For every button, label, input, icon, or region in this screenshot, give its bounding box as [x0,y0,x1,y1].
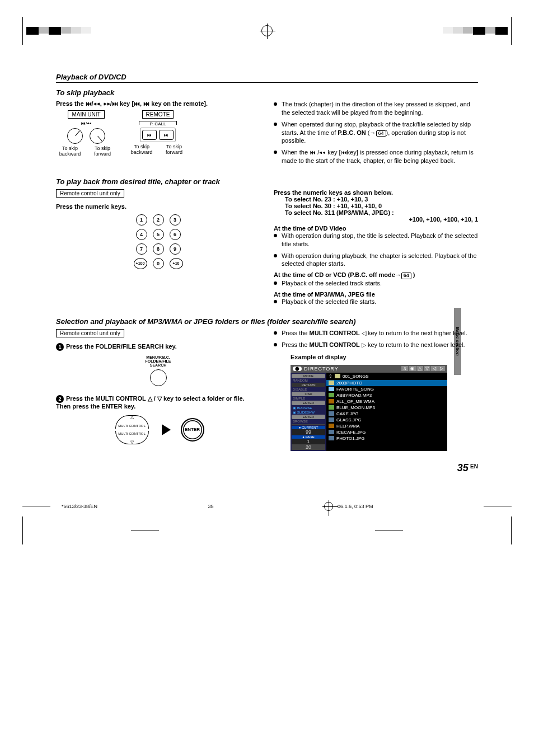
dvd-note: With operation during stop, the title is… [274,232,478,248]
list-item: ICECAFE.JPG [326,429,447,435]
skip-instruction: Press the ⏮/◀◀, ▶▶/⏭ key [⏮, ⏭ key on th… [56,100,260,107]
select-example: To select No. 23 : +10, +10, 3 [285,196,478,203]
numeric-example-heading: Press the numeric keys as shown below. [274,189,478,196]
num-key: 1 [136,214,147,226]
select-example: +100, +100, +100, +10, 1 [274,216,478,223]
list-item: GLASS.JPG [326,417,447,423]
display-example: ⬤ DIRECTORY ♫◉△▽◁▷ MODE RANDOM RETURN DI… [291,365,447,451]
num-key: 5 [153,229,164,240]
num-key: +100 [134,258,147,269]
remote-diagram: REMOTE P. CALL ⏮ ⏭ To skip backward To s… [128,110,188,156]
skip-fwd-label: To skip forward [88,146,116,157]
playback-title-heading: To play back from desired title, chapter… [56,177,478,186]
num-key: 6 [170,229,181,240]
remote-next-button-icon: ⏭ [159,130,174,140]
remote-only-label: Remote control unit only [56,189,124,198]
num-key: 7 [136,243,147,255]
skip-note: The track (chapter) in the direction of … [274,100,478,117]
num-key: +10 [170,258,183,269]
top-crop-row [22,17,512,45]
registration-mark-icon [261,25,273,36]
dvd-note: With operation during playback, the chap… [274,252,478,269]
dvd-video-heading: At the time of DVD Video [274,225,478,232]
skip-fwd-knob-icon [90,128,105,144]
skip-note: When the ⏮ /◀◀ key [⏮key] is pressed onc… [274,148,478,165]
skip-fwd-label: To skip forward [160,144,188,156]
skip-back-label: To skip backward [128,144,156,156]
list-item: BLUE_MOON.MP3 [326,405,447,411]
remote-only-label: Remote control unit only [56,329,124,337]
press-numeric-label: Press the numeric keys. [56,203,260,210]
remote-prev-button-icon: ⏮ [142,130,157,140]
display-file-list: ⇧001_SONGS 2003PHOTOFAVORITE_SONGABBYROA… [326,373,447,451]
list-item: FAVORITE_SONG [326,386,447,392]
display-badges: ♫◉△▽◁▷ [401,366,445,371]
cd-note: Playback of the selected track starts. [274,279,478,288]
list-item: CAKE.JPG [326,411,447,417]
skip-note: When operated during stop, playback of t… [274,120,478,145]
num-key: 8 [153,243,164,255]
example-display-heading: Example of display [291,354,478,360]
list-item: HELP.WMA [326,423,447,429]
step-1: 1Press the FOLDER/FILE SEARCH key. [56,343,260,351]
numeric-keypad-diagram: 1 2 3 4 5 6 7 8 9 +100 [134,214,183,269]
list-item: ABBYROAD.MP3 [326,392,447,398]
num-key: 0 [153,258,164,269]
num-key: 9 [170,243,181,255]
skip-back-knob-icon [67,128,83,144]
skip-back-label: To skip backward [56,146,84,157]
main-unit-diagram: MAIN UNIT ⏮/◀◀ To skip backward [56,110,116,157]
cd-vcd-heading: At the time of CD or VCD (P.B.C. off mod… [274,271,478,279]
search-button-icon [150,369,167,386]
step-2: 2Press the MULTI CONTROL △ / ▽ key to se… [56,395,260,410]
section-heading: Playback of DVD/CD [56,73,478,83]
multi-control-down-icon: MULTI CONTROL▽ [115,431,149,444]
num-key: 3 [170,214,181,226]
folder-search-heading: Selection and playback of MP3/WMA or JPE… [56,317,478,326]
num-key: 4 [136,229,147,240]
select-example: To select No. 30 : +10, +10, +10, 0 [285,203,478,209]
mp3-heading: At the time of MP3/WMA, JPEG file [274,291,478,298]
multi-control-note: Press the MULTI CONTROL ▷ key to return … [274,341,478,349]
arrow-right-icon [162,424,171,435]
mp3-note: Playback of the selected file starts. [274,298,478,306]
footer: *5613/23-38/EN 35 06.1.6, 0:53 PM [22,502,512,511]
page-number: 35 EN [56,462,478,474]
display-sidebar: MODE RANDOM RETURN DISABLE OSD SIMPLE EN… [291,373,326,451]
multi-control-note: Press the MULTI CONTROL ◁ key to return … [274,329,478,337]
select-example: To select No. 311 (MP3/WMA, JPEG) : [285,209,478,216]
enter-button-icon: ENTER [181,418,204,442]
list-item: 2003PHOTO [326,380,447,386]
cine-icon: ⬤ [293,367,302,371]
folder-search-key-diagram: MENU/P.B.C. FOLDER/FILE SEARCH [56,355,260,386]
list-item: PHOTO1.JPG [326,435,447,442]
num-key: 2 [153,214,164,226]
list-item: ALL_OF_ME.WMA [326,398,447,405]
multi-control-enter-diagram: △MULTI CONTROL MULTI CONTROL▽ ENTER [56,415,260,444]
bottom-crop-row [22,516,512,544]
multi-control-up-icon: △MULTI CONTROL [115,415,149,429]
skip-playback-heading: To skip playback [56,88,478,97]
